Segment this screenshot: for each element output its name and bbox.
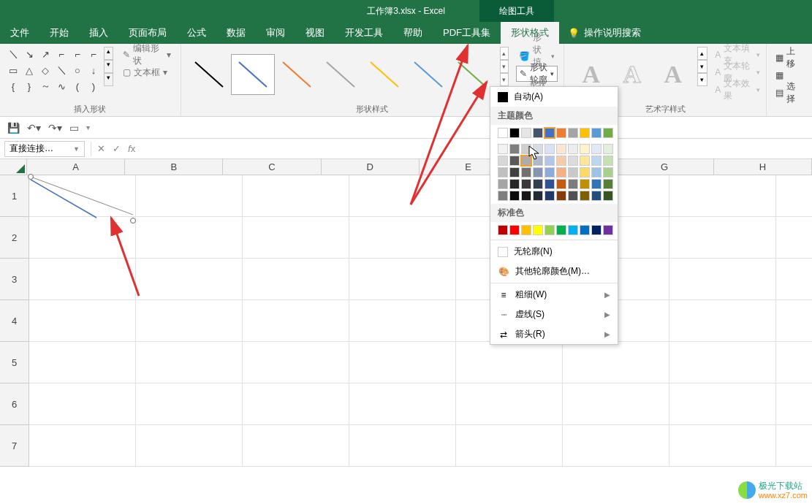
shape-bracket-icon[interactable]: ) [86,79,101,93]
name-box[interactable]: 直接连接… ▼ [4,141,85,157]
confirm-button[interactable]: ✓ [113,143,121,154]
color-swatch[interactable] [509,128,520,138]
row-header[interactable]: 5 [0,342,29,383]
color-swatch[interactable] [603,167,613,177]
color-swatch[interactable] [509,156,520,166]
color-swatch[interactable] [591,144,602,154]
shape-gallery[interactable]: ＼ ↘ ↗ ⌐ ⌐ ⌐ ▭ △ ◇ ＼ ○ ↓ { } ～ ∿ ( ) [6,47,101,102]
color-swatch[interactable] [580,225,590,235]
qat-customize-button[interactable]: ▾ [86,123,90,131]
shape-arrow-icon[interactable]: ↓ [86,63,101,77]
fx-button[interactable]: fx [128,143,135,154]
shape-handle[interactable] [130,218,136,224]
tab-pdf-tools[interactable]: PDF工具集 [433,22,501,44]
color-swatch[interactable] [556,167,566,177]
no-outline-item[interactable]: 无轮廓(N) [490,242,618,261]
color-swatch[interactable] [498,167,508,177]
tab-insert[interactable]: 插入 [79,22,118,44]
color-swatch[interactable] [591,156,602,166]
tab-view[interactable]: 视图 [295,22,335,44]
wordart-more-button[interactable]: ▾ [697,73,707,86]
shape-brace-icon[interactable]: { [6,79,20,93]
color-swatch[interactable] [533,225,543,235]
color-swatch[interactable] [556,191,566,201]
tab-data[interactable]: 数据 [216,22,256,44]
bring-forward-button[interactable]: ▦上移 [775,50,803,66]
color-swatch[interactable] [568,156,578,166]
color-swatch[interactable] [556,156,566,166]
color-swatch[interactable] [533,156,543,166]
row-header[interactable]: 2 [0,217,29,259]
col-header[interactable]: D [322,159,420,175]
col-header[interactable]: B [125,159,223,175]
color-swatch[interactable] [568,144,578,154]
shape-curve-icon[interactable]: ～ [38,79,53,93]
color-swatch[interactable] [580,144,590,154]
color-swatch[interactable] [580,167,590,177]
color-swatch[interactable] [509,179,520,189]
color-swatch[interactable] [568,191,578,201]
color-swatch[interactable] [568,167,578,177]
color-swatch[interactable] [533,128,543,138]
color-swatch[interactable] [580,179,590,189]
color-swatch[interactable] [509,144,520,154]
col-header[interactable]: A [27,159,125,175]
shape-curve-icon[interactable]: ∿ [54,79,69,93]
shape-line-icon[interactable]: ＼ [6,47,20,61]
color-swatch[interactable] [498,191,508,201]
color-swatch[interactable] [545,225,555,235]
color-swatch[interactable] [603,128,613,138]
shape-rect-icon[interactable]: ▭ [6,63,20,77]
save-button[interactable]: 💾 [7,122,20,134]
color-swatch[interactable] [580,128,590,138]
tab-formulas[interactable]: 公式 [177,22,216,44]
tab-file[interactable]: 文件 [0,22,39,44]
tell-me-search[interactable]: 💡 操作说明搜索 [559,26,650,39]
more-colors-item[interactable]: 🎨 其他轮廓颜色(M)… [490,261,618,281]
color-swatch[interactable] [591,167,602,177]
cancel-button[interactable]: ✕ [97,143,105,154]
gallery-more-button[interactable]: ▾ [500,73,509,86]
color-swatch[interactable] [591,128,602,138]
row-header[interactable]: 7 [0,425,29,467]
tab-help[interactable]: 帮助 [393,22,433,44]
color-swatch[interactable] [568,225,578,235]
selection-pane-button[interactable]: ▤选择 [775,85,803,101]
color-swatch[interactable] [521,179,531,189]
gallery-down-button[interactable]: ▾ [500,60,509,73]
shape-connector-icon[interactable]: ⌐ [86,47,101,61]
color-swatch[interactable] [603,191,613,201]
color-swatch[interactable] [556,144,566,154]
shape-line-arrow-icon[interactable]: ↗ [38,47,53,61]
row-header[interactable]: 6 [0,383,29,425]
color-swatch[interactable] [521,225,531,235]
shape-oval-icon[interactable]: ○ [70,63,85,77]
color-swatch[interactable] [568,179,578,189]
color-swatch[interactable] [498,225,508,235]
color-swatch[interactable] [591,179,602,189]
color-swatch[interactable] [498,128,508,138]
col-header[interactable]: C [223,159,321,175]
color-swatch[interactable] [603,225,613,235]
color-swatch[interactable] [498,144,508,154]
edit-shape-button[interactable]: ✎ 编辑形状▾ [119,47,175,63]
color-swatch[interactable] [591,225,602,235]
col-header[interactable]: H [714,159,812,175]
select-all-corner[interactable] [0,159,27,175]
dashes-submenu[interactable]: ┈ 虚线(S) ▶ [490,305,618,324]
color-swatch[interactable] [498,179,508,189]
color-swatch[interactable] [556,225,566,235]
arrows-submenu[interactable]: ⇄ 箭头(R) ▶ [490,324,618,344]
color-swatch[interactable] [545,128,555,138]
color-swatch[interactable] [533,179,543,189]
color-swatch[interactable] [533,167,543,177]
color-swatch[interactable] [568,128,578,138]
color-swatch[interactable] [556,179,566,189]
tab-shape-format[interactable]: 形状格式 [501,22,559,44]
color-swatch[interactable] [498,156,508,166]
row-header[interactable]: 3 [0,259,29,300]
color-swatch[interactable] [545,144,555,154]
row-header[interactable]: 4 [0,300,29,342]
color-swatch[interactable] [603,144,613,154]
color-swatch[interactable] [521,167,531,177]
